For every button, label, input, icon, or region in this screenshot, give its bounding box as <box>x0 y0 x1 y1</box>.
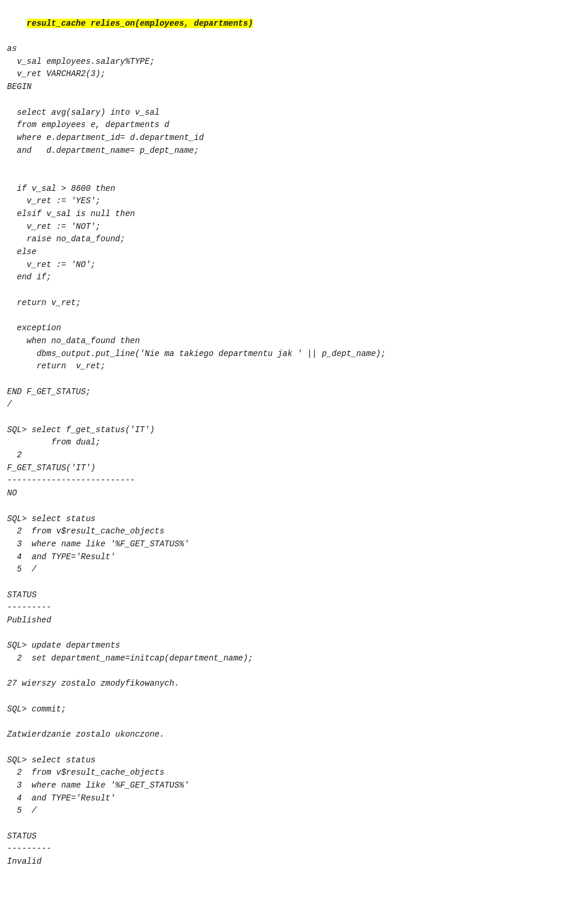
code-line: END F_GET_STATUS; <box>7 386 555 399</box>
code-container: result_cache relies_on(employees, depart… <box>7 5 555 868</box>
code-line: 4 and TYPE='Result' <box>7 792 555 805</box>
code-line: raise no_data_found; <box>7 233 555 246</box>
code-line: Zatwierdzanie zostalo ukonczone. <box>7 728 555 741</box>
code-line: 4 and TYPE='Result' <box>7 551 555 564</box>
code-line <box>7 665 555 678</box>
code-line: end if; <box>7 271 555 284</box>
code-line: v_ret VARCHAR2(3); <box>7 68 555 81</box>
code-body: as v_sal employees.salary%TYPE; v_ret VA… <box>7 43 555 868</box>
code-line: 27 wierszy zostalo zmodyfikowanych. <box>7 677 555 690</box>
code-line: Published <box>7 614 555 627</box>
code-line: 3 where name like '%F_GET_STATUS%' <box>7 779 555 792</box>
code-line: SQL> select f_get_status('IT') <box>7 424 555 437</box>
code-line: select avg(salary) into v_sal <box>7 107 555 119</box>
code-line: from employees e, departments d <box>7 119 555 132</box>
code-line: when no_data_found then <box>7 335 555 348</box>
first-line: result_cache relies_on(employees, depart… <box>7 5 555 43</box>
code-line: return v_ret; <box>7 297 555 310</box>
code-line: as <box>7 43 555 56</box>
code-line: 2 set department_name=initcap(department… <box>7 652 555 665</box>
code-line <box>7 627 555 640</box>
code-line <box>7 411 555 424</box>
code-line <box>7 576 555 589</box>
code-line: dbms_output.put_line('Nie ma takiego dep… <box>7 348 555 361</box>
code-line: --------- <box>7 601 555 614</box>
code-line: 3 where name like '%F_GET_STATUS%' <box>7 538 555 551</box>
code-line: --------- <box>7 843 555 855</box>
code-line <box>7 94 555 107</box>
code-line <box>7 373 555 386</box>
code-line: exception <box>7 322 555 335</box>
code-line <box>7 284 555 297</box>
code-line: SQL> commit; <box>7 703 555 716</box>
code-line <box>7 500 555 513</box>
code-line: v_ret := 'NOT'; <box>7 221 555 234</box>
code-line: BEGIN <box>7 81 555 94</box>
code-line: / <box>7 398 555 411</box>
code-line: else <box>7 246 555 259</box>
code-line: and d.department_name= p_dept_name; <box>7 145 555 158</box>
code-line: F_GET_STATUS('IT') <box>7 462 555 475</box>
code-line: 2 <box>7 449 555 462</box>
code-line <box>7 170 555 183</box>
code-line: from dual; <box>7 436 555 449</box>
code-line: SQL> select status <box>7 754 555 767</box>
code-line: return v_ret; <box>7 360 555 373</box>
code-line: v_ret := 'NO'; <box>7 259 555 272</box>
code-line: STATUS <box>7 830 555 843</box>
code-line: Invalid <box>7 855 555 868</box>
code-line <box>7 716 555 729</box>
code-line: STATUS <box>7 589 555 602</box>
code-line <box>7 690 555 703</box>
code-line <box>7 817 555 830</box>
code-line <box>7 310 555 323</box>
code-line: elsif v_sal is null then <box>7 208 555 221</box>
code-line: -------------------------- <box>7 474 555 487</box>
code-line: NO <box>7 487 555 500</box>
title-highlight: result_cache relies_on(employees, depart… <box>27 19 253 28</box>
code-line: v_ret := 'YES'; <box>7 195 555 208</box>
code-line <box>7 157 555 170</box>
code-line: SQL> select status <box>7 513 555 526</box>
code-line: 2 from v$result_cache_objects <box>7 525 555 538</box>
code-line: 5 / <box>7 805 555 817</box>
code-line: 5 / <box>7 563 555 576</box>
code-line: SQL> update departments <box>7 639 555 652</box>
code-line: if v_sal > 8600 then <box>7 183 555 196</box>
code-line: v_sal employees.salary%TYPE; <box>7 56 555 69</box>
code-line <box>7 741 555 754</box>
code-line: 2 from v$result_cache_objects <box>7 766 555 779</box>
code-line: where e.department_id= d.department_id <box>7 132 555 145</box>
